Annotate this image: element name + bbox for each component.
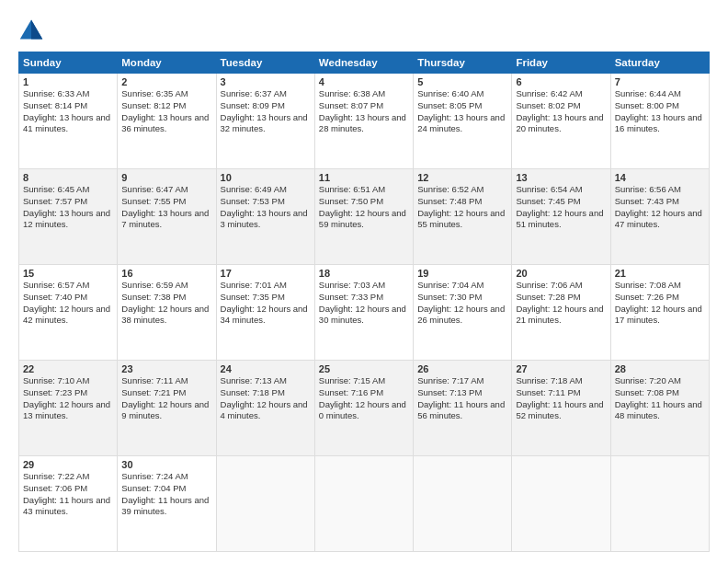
calendar-cell: 15Sunrise: 6:57 AMSunset: 7:40 PMDayligh… bbox=[19, 265, 118, 361]
sunset-label: Sunset: 7:28 PM bbox=[516, 292, 580, 302]
sunset-label: Sunset: 7:08 PM bbox=[615, 387, 679, 397]
day-number: 4 bbox=[319, 76, 409, 87]
calendar-cell: 14Sunrise: 6:56 AMSunset: 7:43 PMDayligh… bbox=[610, 169, 709, 265]
calendar-cell: 4Sunrise: 6:38 AMSunset: 8:07 PMDaylight… bbox=[314, 74, 413, 169]
day-number: 18 bbox=[319, 268, 409, 279]
day-number: 13 bbox=[516, 172, 606, 183]
day-info: Sunrise: 6:37 AMSunset: 8:09 PMDaylight:… bbox=[221, 88, 311, 135]
daylight-label: Daylight: 12 hours and 30 minutes. bbox=[319, 304, 406, 326]
calendar-cell: 10Sunrise: 6:49 AMSunset: 7:53 PMDayligh… bbox=[216, 169, 314, 265]
day-number: 16 bbox=[121, 268, 211, 279]
calendar-week-1: 1Sunrise: 6:33 AMSunset: 8:14 PMDaylight… bbox=[19, 74, 710, 169]
calendar-table: SundayMondayTuesdayWednesdayThursdayFrid… bbox=[18, 52, 710, 552]
sunset-label: Sunset: 7:48 PM bbox=[417, 196, 482, 206]
sunrise-label: Sunrise: 6:40 AM bbox=[417, 88, 483, 98]
day-number: 11 bbox=[319, 172, 409, 183]
svg-marker-1 bbox=[31, 20, 42, 40]
daylight-label: Daylight: 11 hours and 43 minutes. bbox=[23, 495, 110, 517]
sunset-label: Sunset: 7:55 PM bbox=[121, 196, 186, 206]
calendar-cell: 20Sunrise: 7:06 AMSunset: 7:28 PMDayligh… bbox=[512, 265, 610, 361]
day-info: Sunrise: 6:51 AMSunset: 7:50 PMDaylight:… bbox=[319, 184, 409, 231]
daylight-label: Daylight: 12 hours and 51 minutes. bbox=[516, 208, 603, 230]
daylight-label: Daylight: 12 hours and 17 minutes. bbox=[615, 304, 702, 326]
calendar-cell: 8Sunrise: 6:45 AMSunset: 7:57 PMDaylight… bbox=[19, 169, 118, 265]
sunrise-label: Sunrise: 6:54 AM bbox=[516, 184, 582, 194]
daylight-label: Daylight: 12 hours and 34 minutes. bbox=[221, 304, 308, 326]
day-info: Sunrise: 6:35 AMSunset: 8:12 PMDaylight:… bbox=[121, 88, 211, 135]
sunset-label: Sunset: 7:13 PM bbox=[417, 387, 482, 397]
calendar-cell: 9Sunrise: 6:47 AMSunset: 7:55 PMDaylight… bbox=[118, 169, 216, 265]
sunset-label: Sunset: 7:23 PM bbox=[23, 387, 87, 397]
day-info: Sunrise: 6:33 AMSunset: 8:14 PMDaylight:… bbox=[23, 88, 113, 135]
day-number: 21 bbox=[615, 268, 705, 279]
day-number: 17 bbox=[221, 268, 311, 279]
calendar-cell: 22Sunrise: 7:10 AMSunset: 7:23 PMDayligh… bbox=[19, 361, 118, 456]
day-info: Sunrise: 7:24 AMSunset: 7:04 PMDaylight:… bbox=[121, 471, 211, 518]
day-number: 2 bbox=[121, 76, 211, 87]
sunrise-label: Sunrise: 7:06 AM bbox=[516, 280, 582, 290]
sunset-label: Sunset: 7:50 PM bbox=[319, 196, 383, 206]
day-number: 9 bbox=[121, 172, 211, 183]
calendar-cell: 11Sunrise: 6:51 AMSunset: 7:50 PMDayligh… bbox=[314, 169, 413, 265]
day-number: 8 bbox=[23, 172, 113, 183]
daylight-label: Daylight: 13 hours and 7 minutes. bbox=[121, 208, 209, 230]
sunrise-label: Sunrise: 7:17 AM bbox=[417, 375, 483, 385]
sunset-label: Sunset: 7:53 PM bbox=[221, 196, 285, 206]
day-info: Sunrise: 6:59 AMSunset: 7:38 PMDaylight:… bbox=[121, 280, 211, 327]
logo-icon bbox=[18, 17, 44, 42]
sunrise-label: Sunrise: 6:59 AM bbox=[121, 280, 188, 290]
sunset-label: Sunset: 8:14 PM bbox=[23, 100, 87, 110]
day-number: 5 bbox=[417, 76, 507, 87]
sunrise-label: Sunrise: 7:24 AM bbox=[121, 471, 188, 481]
day-info: Sunrise: 6:56 AMSunset: 7:43 PMDaylight:… bbox=[615, 184, 705, 231]
day-number: 14 bbox=[615, 172, 705, 183]
sunrise-label: Sunrise: 7:18 AM bbox=[516, 375, 582, 385]
day-number: 29 bbox=[23, 459, 113, 470]
sunrise-label: Sunrise: 7:10 AM bbox=[23, 375, 89, 385]
sunset-label: Sunset: 7:04 PM bbox=[121, 483, 186, 493]
day-number: 19 bbox=[417, 268, 507, 279]
calendar-cell bbox=[314, 456, 413, 552]
sunrise-label: Sunrise: 6:35 AM bbox=[121, 88, 188, 98]
day-info: Sunrise: 7:08 AMSunset: 7:26 PMDaylight:… bbox=[615, 280, 705, 327]
day-info: Sunrise: 7:20 AMSunset: 7:08 PMDaylight:… bbox=[615, 375, 705, 422]
day-number: 28 bbox=[615, 363, 705, 374]
day-info: Sunrise: 6:44 AMSunset: 8:00 PMDaylight:… bbox=[615, 88, 705, 135]
sunset-label: Sunset: 8:12 PM bbox=[121, 100, 186, 110]
sunset-label: Sunset: 8:02 PM bbox=[516, 100, 580, 110]
sunset-label: Sunset: 8:07 PM bbox=[319, 100, 383, 110]
day-number: 24 bbox=[221, 363, 311, 374]
daylight-label: Daylight: 13 hours and 32 minutes. bbox=[221, 112, 308, 134]
daylight-label: Daylight: 13 hours and 28 minutes. bbox=[319, 112, 406, 134]
daylight-label: Daylight: 13 hours and 12 minutes. bbox=[23, 208, 110, 230]
sunset-label: Sunset: 7:38 PM bbox=[121, 292, 186, 302]
sunrise-label: Sunrise: 6:51 AM bbox=[319, 184, 385, 194]
daylight-label: Daylight: 13 hours and 16 minutes. bbox=[615, 112, 702, 134]
day-info: Sunrise: 7:15 AMSunset: 7:16 PMDaylight:… bbox=[319, 375, 409, 422]
day-info: Sunrise: 6:52 AMSunset: 7:48 PMDaylight:… bbox=[417, 184, 507, 231]
day-number: 10 bbox=[221, 172, 311, 183]
day-number: 30 bbox=[121, 459, 211, 470]
calendar-cell: 16Sunrise: 6:59 AMSunset: 7:38 PMDayligh… bbox=[118, 265, 216, 361]
calendar-cell: 30Sunrise: 7:24 AMSunset: 7:04 PMDayligh… bbox=[118, 456, 216, 552]
day-info: Sunrise: 6:49 AMSunset: 7:53 PMDaylight:… bbox=[221, 184, 311, 231]
day-info: Sunrise: 6:57 AMSunset: 7:40 PMDaylight:… bbox=[23, 280, 113, 327]
sunset-label: Sunset: 7:26 PM bbox=[615, 292, 679, 302]
day-number: 6 bbox=[516, 76, 606, 87]
col-header-saturday: Saturday bbox=[610, 52, 709, 74]
sunrise-label: Sunrise: 7:08 AM bbox=[615, 280, 681, 290]
calendar-cell bbox=[414, 456, 512, 552]
daylight-label: Daylight: 12 hours and 59 minutes. bbox=[319, 208, 406, 230]
sunrise-label: Sunrise: 6:38 AM bbox=[319, 88, 385, 98]
sunrise-label: Sunrise: 6:44 AM bbox=[615, 88, 681, 98]
calendar-cell: 26Sunrise: 7:17 AMSunset: 7:13 PMDayligh… bbox=[414, 361, 512, 456]
daylight-label: Daylight: 11 hours and 56 minutes. bbox=[417, 399, 505, 421]
day-number: 26 bbox=[417, 363, 507, 374]
day-number: 7 bbox=[615, 76, 705, 87]
daylight-label: Daylight: 11 hours and 52 minutes. bbox=[516, 399, 603, 421]
header bbox=[18, 17, 710, 42]
daylight-label: Daylight: 12 hours and 13 minutes. bbox=[23, 399, 110, 421]
calendar-week-2: 8Sunrise: 6:45 AMSunset: 7:57 PMDaylight… bbox=[19, 169, 710, 265]
col-header-friday: Friday bbox=[512, 52, 610, 74]
daylight-label: Daylight: 13 hours and 36 minutes. bbox=[121, 112, 209, 134]
